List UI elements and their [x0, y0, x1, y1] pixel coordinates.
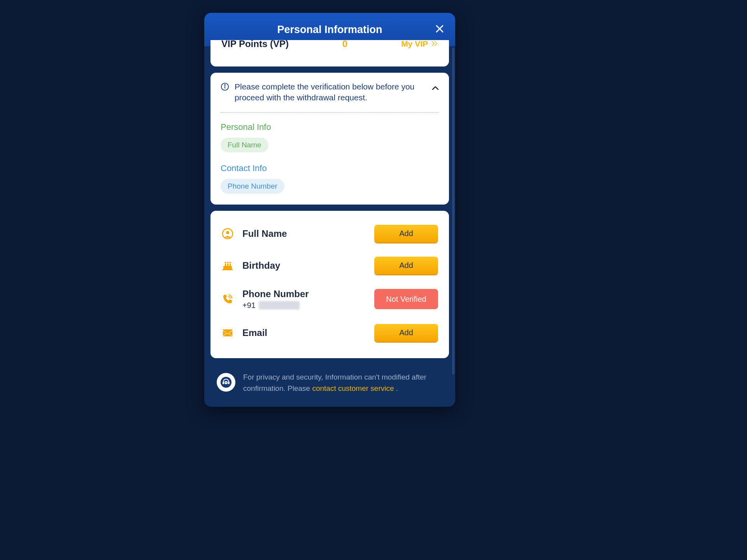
- vip-label: VIP Points (VP): [221, 40, 289, 49]
- phone-value: +91: [242, 301, 366, 310]
- footer-note: For privacy and security, Information ca…: [210, 364, 449, 397]
- svg-rect-16: [223, 382, 224, 384]
- collapse-toggle[interactable]: [432, 85, 439, 92]
- svg-rect-9: [225, 264, 226, 266]
- svg-rect-11: [230, 264, 231, 266]
- footer-text: For privacy and security, Information ca…: [243, 371, 443, 394]
- phone-label: Phone Number: [242, 289, 366, 299]
- add-fullname-button[interactable]: Add: [374, 225, 438, 243]
- my-vip-link[interactable]: My VIP: [401, 40, 438, 49]
- field-row-birthday: Birthday Add: [221, 250, 438, 282]
- svg-rect-8: [223, 269, 233, 270]
- contact-support-link[interactable]: contact customer service: [312, 384, 394, 392]
- personal-info-modal: Personal Information VIP Points (VP) 0 M…: [204, 13, 455, 407]
- footer-text-b: .: [394, 384, 398, 392]
- personal-info-title: Personal Info: [221, 122, 439, 132]
- fullname-label: Full Name: [242, 228, 366, 239]
- svg-rect-17: [228, 382, 230, 384]
- birthday-label: Birthday: [242, 260, 366, 271]
- email-label: Email: [242, 327, 366, 338]
- svg-point-13: [227, 262, 229, 263]
- chevron-up-icon: [432, 85, 439, 92]
- close-icon: [435, 24, 444, 35]
- vip-value: 0: [342, 40, 347, 49]
- chevron-right-icon: [430, 40, 438, 49]
- fields-card: Full Name Add: [210, 211, 449, 358]
- svg-rect-10: [227, 264, 228, 266]
- mail-icon: [221, 327, 234, 339]
- personal-info-pill[interactable]: Full Name: [221, 138, 268, 152]
- vip-card: VIP Points (VP) 0 My VIP: [210, 40, 449, 66]
- verification-card: Please complete the verification below b…: [210, 73, 449, 205]
- svg-rect-7: [223, 266, 232, 269]
- phone-redacted: [259, 301, 300, 310]
- phone-not-verified-button[interactable]: Not Verified: [374, 289, 438, 309]
- field-row-phone: Phone Number +91 Not Verified: [221, 282, 438, 317]
- divider: [221, 112, 439, 113]
- my-vip-label: My VIP: [401, 40, 428, 49]
- scrollbar[interactable]: [452, 48, 454, 374]
- modal-title: Personal Information: [277, 24, 382, 36]
- support-icon[interactable]: [217, 373, 235, 392]
- svg-point-4: [224, 85, 225, 86]
- person-icon: [221, 228, 234, 240]
- cake-icon: [221, 259, 234, 272]
- contact-info-title: Contact Info: [221, 163, 439, 173]
- svg-point-20: [226, 382, 226, 383]
- svg-point-6: [226, 231, 229, 234]
- add-email-button[interactable]: Add: [374, 324, 438, 342]
- modal-body: VIP Points (VP) 0 My VIP: [204, 46, 455, 407]
- info-icon: [221, 82, 229, 91]
- phone-icon: [221, 293, 234, 305]
- svg-point-19: [225, 382, 226, 383]
- field-row-fullname: Full Name Add: [221, 218, 438, 250]
- svg-point-21: [226, 382, 227, 383]
- verification-message: Please complete the verification below b…: [235, 81, 439, 103]
- field-row-email: Email Add: [221, 317, 438, 349]
- svg-point-14: [230, 262, 231, 263]
- phone-prefix: +91: [242, 301, 256, 310]
- add-birthday-button[interactable]: Add: [374, 257, 438, 275]
- contact-info-pill[interactable]: Phone Number: [221, 179, 284, 194]
- svg-point-12: [225, 262, 226, 263]
- close-button[interactable]: [432, 22, 447, 37]
